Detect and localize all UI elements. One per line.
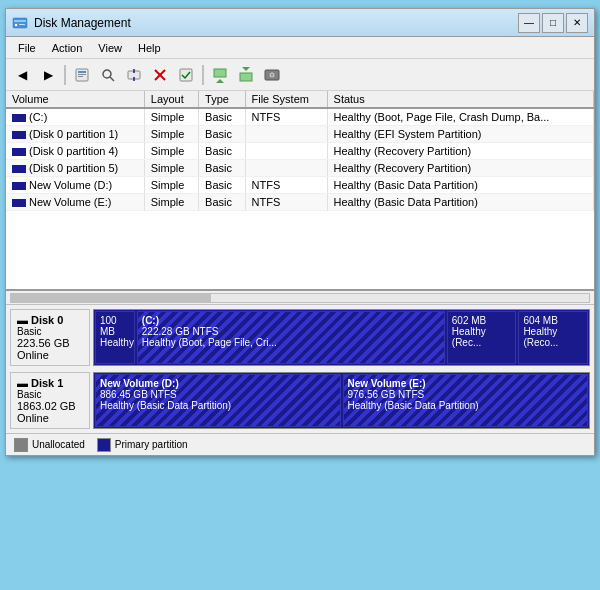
scrollbar-track[interactable] (10, 293, 590, 303)
partition-name: (C:) (142, 315, 440, 326)
col-filesystem[interactable]: File System (245, 91, 327, 108)
menu-file[interactable]: File (10, 40, 44, 56)
down-button[interactable] (234, 63, 258, 87)
partition[interactable]: New Volume (D:) 886.45 GB NTFS Healthy (… (95, 374, 341, 427)
cell-layout: Simple (144, 160, 198, 177)
table-row[interactable]: New Volume (D:) Simple Basic NTFS Health… (6, 177, 594, 194)
partition-size: 886.45 GB NTFS (100, 389, 336, 400)
disk-icon (264, 67, 280, 83)
col-volume[interactable]: Volume (6, 91, 144, 108)
table-row[interactable]: (Disk 0 partition 1) Simple Basic Health… (6, 126, 594, 143)
disk-name: ▬Disk 1 (17, 377, 83, 389)
delete-button[interactable] (148, 63, 172, 87)
cell-status: Healthy (EFI System Partition) (327, 126, 593, 143)
partition-status: Healthy (Rec... (452, 326, 512, 348)
svg-rect-16 (214, 69, 226, 77)
partition[interactable]: 604 MB Healthy (Reco... (518, 311, 588, 364)
shrink-button[interactable] (122, 63, 146, 87)
cell-status: Healthy (Recovery Partition) (327, 143, 593, 160)
table-row[interactable]: New Volume (E:) Simple Basic NTFS Health… (6, 194, 594, 211)
toolbar: ◀ ▶ (6, 59, 594, 91)
minimize-button[interactable]: — (518, 13, 540, 33)
legend-primary-label: Primary partition (115, 439, 188, 450)
menubar: File Action View Help (6, 37, 594, 59)
svg-rect-1 (14, 20, 26, 22)
properties-icon (74, 67, 90, 83)
back-button[interactable]: ◀ (10, 63, 34, 87)
cell-layout: Simple (144, 177, 198, 194)
cell-type: Basic (199, 194, 245, 211)
cell-type: Basic (199, 108, 245, 126)
scrollbar-area (6, 291, 594, 305)
menu-action[interactable]: Action (44, 40, 91, 56)
partition-status: Healthy (Boot, Page File, Cri... (142, 337, 440, 348)
table-row[interactable]: (Disk 0 partition 4) Simple Basic Health… (6, 143, 594, 160)
partition[interactable]: (C:) 222.28 GB NTFS Healthy (Boot, Page … (137, 311, 445, 364)
disk-size: 1863.02 GB (17, 400, 83, 412)
partition-name: New Volume (D:) (100, 378, 336, 389)
col-layout[interactable]: Layout (144, 91, 198, 108)
disk-button[interactable] (260, 63, 284, 87)
col-status[interactable]: Status (327, 91, 593, 108)
search-button[interactable] (96, 63, 120, 87)
cell-fs: NTFS (245, 108, 327, 126)
cell-type: Basic (199, 143, 245, 160)
properties-button[interactable] (70, 63, 94, 87)
check-icon (178, 67, 194, 83)
cell-status: Healthy (Boot, Page File, Crash Dump, Ba… (327, 108, 593, 126)
legend-unallocated-box (14, 438, 28, 452)
check-button[interactable] (174, 63, 198, 87)
cell-fs (245, 126, 327, 143)
up-icon (212, 67, 228, 83)
partition[interactable]: 602 MB Healthy (Rec... (447, 311, 517, 364)
shrink-icon (126, 67, 142, 83)
svg-rect-3 (19, 24, 25, 25)
legend: Unallocated Primary partition (6, 433, 594, 455)
table-row[interactable]: (C:) Simple Basic NTFS Healthy (Boot, Pa… (6, 108, 594, 126)
menu-view[interactable]: View (90, 40, 130, 56)
svg-line-9 (110, 77, 114, 81)
svg-point-8 (103, 70, 111, 78)
disk-label: ▬Disk 1 Basic 1863.02 GB Online (10, 372, 90, 429)
partition[interactable]: New Volume (E:) 976.56 GB NTFS Healthy (… (343, 374, 589, 427)
main-window: Disk Management — □ ✕ File Action View H… (5, 8, 595, 456)
disk-label: ▬Disk 0 Basic 223.56 GB Online (10, 309, 90, 366)
svg-rect-15 (180, 69, 192, 81)
svg-rect-0 (13, 18, 27, 28)
main-content: Volume Layout Type File System Status (C… (6, 91, 594, 455)
maximize-button[interactable]: □ (542, 13, 564, 33)
cell-volume: (Disk 0 partition 4) (6, 143, 144, 160)
disk-type: Basic (17, 389, 83, 400)
disk-size: 223.56 GB (17, 337, 83, 349)
legend-primary-box (97, 438, 111, 452)
cell-layout: Simple (144, 126, 198, 143)
down-icon (238, 67, 254, 83)
cell-layout: Simple (144, 108, 198, 126)
partition-name: New Volume (E:) (348, 378, 584, 389)
close-button[interactable]: ✕ (566, 13, 588, 33)
menu-help[interactable]: Help (130, 40, 169, 56)
volume-table[interactable]: Volume Layout Type File System Status (C… (6, 91, 594, 291)
svg-rect-6 (78, 74, 86, 75)
svg-rect-5 (78, 71, 86, 73)
cell-volume: New Volume (E:) (6, 194, 144, 211)
cell-volume: (Disk 0 partition 5) (6, 160, 144, 177)
table-row[interactable]: (Disk 0 partition 5) Simple Basic Health… (6, 160, 594, 177)
svg-rect-7 (78, 76, 83, 77)
legend-primary: Primary partition (97, 438, 188, 452)
up-button[interactable] (208, 63, 232, 87)
cell-fs: NTFS (245, 177, 327, 194)
disk-row: ▬Disk 1 Basic 1863.02 GB Online New Volu… (10, 372, 590, 429)
disk-type: Basic (17, 326, 83, 337)
titlebar-buttons: — □ ✕ (518, 13, 588, 33)
cell-status: Healthy (Basic Data Partition) (327, 177, 593, 194)
partition[interactable]: 100 MB Healthy (95, 311, 135, 364)
partition-size: 604 MB (523, 315, 583, 326)
col-type[interactable]: Type (199, 91, 245, 108)
partition-status: Healthy (Reco... (523, 326, 583, 348)
disk-row: ▬Disk 0 Basic 223.56 GB Online 100 MB He… (10, 309, 590, 366)
toolbar-sep1 (64, 65, 66, 85)
forward-button[interactable]: ▶ (36, 63, 60, 87)
svg-marker-19 (242, 67, 250, 71)
scrollbar-thumb[interactable] (11, 294, 211, 302)
